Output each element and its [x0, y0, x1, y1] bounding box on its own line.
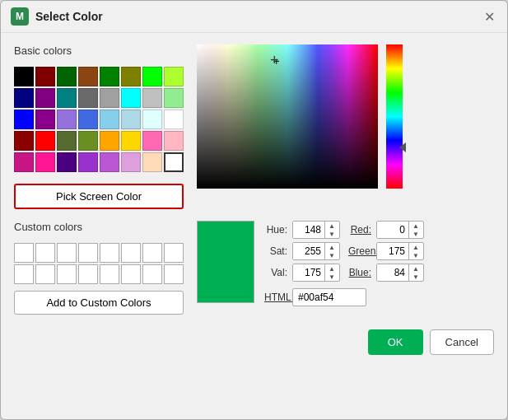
color-swatch[interactable]: [121, 110, 141, 129]
hue-control-row: Hue: ▲ ▼: [264, 221, 340, 239]
red-input[interactable]: [377, 222, 408, 238]
color-swatch[interactable]: [57, 67, 77, 86]
color-swatch[interactable]: [121, 131, 141, 151]
val-spinbox[interactable]: ▲ ▼: [292, 264, 340, 282]
hue-input[interactable]: [293, 222, 324, 238]
color-swatch[interactable]: [57, 110, 77, 129]
val-down[interactable]: ▼: [325, 273, 338, 281]
color-swatch[interactable]: [100, 152, 119, 172]
color-swatch[interactable]: [142, 152, 162, 172]
green-up[interactable]: ▲: [409, 243, 422, 251]
hue-arrows[interactable]: ▲ ▼: [324, 222, 338, 238]
color-swatch[interactable]: [35, 67, 55, 86]
green-down[interactable]: ▼: [409, 251, 422, 259]
color-swatch[interactable]: [35, 152, 55, 172]
html-input[interactable]: [292, 288, 366, 306]
custom-swatch[interactable]: [14, 264, 34, 284]
blue-up[interactable]: ▲: [409, 264, 422, 273]
color-swatch[interactable]: [100, 67, 119, 86]
custom-swatch[interactable]: [164, 264, 184, 284]
custom-swatch[interactable]: [121, 243, 141, 263]
sat-spinbox[interactable]: ▲ ▼: [292, 242, 340, 260]
black-gradient-overlay: [197, 44, 378, 189]
val-up[interactable]: ▲: [325, 264, 338, 273]
sat-down[interactable]: ▼: [325, 251, 338, 259]
color-swatch[interactable]: [57, 152, 77, 172]
custom-swatch[interactable]: [142, 264, 162, 284]
color-swatch[interactable]: [14, 152, 34, 172]
color-dialog: M Select Color ✕ Basic colors: [0, 0, 508, 420]
custom-swatch[interactable]: [57, 243, 77, 263]
color-swatch[interactable]: [35, 131, 55, 151]
val-input[interactable]: [293, 264, 324, 281]
custom-swatch[interactable]: [35, 264, 55, 284]
color-swatch[interactable]: [35, 88, 55, 108]
color-swatch[interactable]: [78, 67, 98, 86]
custom-swatch[interactable]: [100, 243, 119, 263]
color-swatch[interactable]: [142, 110, 162, 129]
val-arrows[interactable]: ▲ ▼: [324, 264, 338, 281]
color-swatch[interactable]: [14, 110, 34, 129]
custom-swatch[interactable]: [142, 243, 162, 263]
color-swatch[interactable]: [142, 88, 162, 108]
color-swatch[interactable]: [35, 110, 55, 129]
color-gradient-area[interactable]: +: [197, 44, 378, 189]
custom-swatch[interactable]: [78, 264, 98, 284]
red-up[interactable]: ▲: [409, 222, 422, 230]
sat-arrows[interactable]: ▲ ▼: [324, 243, 338, 259]
add-to-custom-colors-button[interactable]: Add to Custom Colors: [14, 291, 184, 315]
custom-swatch[interactable]: [57, 264, 77, 284]
color-swatch[interactable]: [57, 88, 77, 108]
green-spinbox[interactable]: ▲ ▼: [376, 242, 424, 260]
color-swatch[interactable]: [78, 152, 98, 172]
hue-down[interactable]: ▼: [325, 230, 338, 238]
color-swatch[interactable]: [142, 131, 162, 151]
color-swatch[interactable]: [121, 152, 141, 172]
pick-screen-color-button[interactable]: Pick Screen Color: [14, 184, 184, 209]
sat-input[interactable]: [293, 243, 324, 259]
red-arrows[interactable]: ▲ ▼: [408, 222, 422, 238]
hue-up[interactable]: ▲: [325, 222, 338, 230]
color-swatch[interactable]: [164, 88, 184, 108]
color-swatch[interactable]: [78, 110, 98, 129]
color-swatch[interactable]: [100, 88, 119, 108]
red-control-row: Red: ▲ ▼: [348, 221, 424, 239]
custom-swatch[interactable]: [14, 243, 34, 263]
red-down[interactable]: ▼: [409, 230, 422, 238]
blue-spinbox[interactable]: ▲ ▼: [376, 264, 424, 282]
custom-swatch[interactable]: [121, 264, 141, 284]
color-swatch[interactable]: [14, 88, 34, 108]
left-panel: Basic colors: [14, 44, 184, 209]
color-swatch[interactable]: [57, 131, 77, 151]
close-button[interactable]: ✕: [481, 8, 497, 25]
color-swatch[interactable]: [100, 131, 119, 151]
hue-slider[interactable]: [386, 44, 403, 189]
cancel-button[interactable]: Cancel: [430, 329, 494, 355]
color-swatch[interactable]: [121, 88, 141, 108]
color-swatch[interactable]: [14, 67, 34, 86]
green-input[interactable]: [377, 243, 408, 259]
color-swatch[interactable]: [121, 67, 141, 86]
blue-down[interactable]: ▼: [409, 273, 422, 281]
custom-swatch[interactable]: [35, 243, 55, 263]
color-swatch[interactable]: [14, 131, 34, 151]
sat-up[interactable]: ▲: [325, 243, 338, 251]
blue-arrows[interactable]: ▲ ▼: [408, 264, 422, 281]
custom-swatch[interactable]: [100, 264, 119, 284]
ok-button[interactable]: OK: [368, 329, 423, 355]
color-swatch[interactable]: [164, 131, 184, 151]
custom-swatch[interactable]: [164, 243, 184, 263]
custom-swatch[interactable]: [78, 243, 98, 263]
color-swatch[interactable]: [78, 131, 98, 151]
green-arrows[interactable]: ▲ ▼: [408, 243, 422, 259]
color-swatch-empty[interactable]: [164, 152, 184, 172]
color-swatch[interactable]: [164, 67, 184, 86]
hue-spinbox[interactable]: ▲ ▼: [292, 221, 340, 239]
red-spinbox[interactable]: ▲ ▼: [376, 221, 424, 239]
color-swatch[interactable]: [164, 110, 184, 129]
sat-control-row: Sat: ▲ ▼: [264, 242, 340, 260]
blue-input[interactable]: [377, 264, 408, 281]
color-swatch[interactable]: [100, 110, 119, 129]
color-swatch[interactable]: [142, 67, 162, 86]
color-swatch[interactable]: [78, 88, 98, 108]
